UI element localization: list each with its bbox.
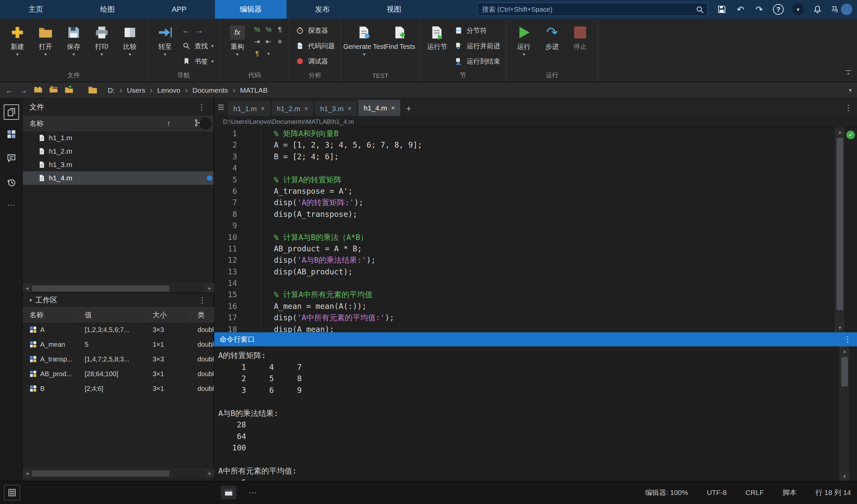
files-hscrollbar[interactable]: ◄ ► (23, 284, 214, 292)
line-number[interactable]: 14 (214, 278, 237, 289)
notifications-bell-icon[interactable] (812, 4, 823, 14)
code-line[interactable] (274, 278, 835, 289)
workspace-row[interactable]: A_mean51×1double (23, 337, 214, 352)
tab-close-icon[interactable]: × (261, 105, 265, 113)
command-vscrollbar[interactable]: ▲ ▼ (840, 347, 849, 481)
line-number[interactable]: 16 (214, 301, 237, 312)
file-row[interactable]: h1_3.m (23, 158, 214, 171)
tab-list-icon[interactable] (214, 98, 228, 116)
run-advance-button[interactable]: 运行并前进 (451, 38, 503, 53)
code-analyzer-ok-icon[interactable]: ✓ (846, 131, 855, 139)
code-line[interactable] (274, 162, 835, 174)
format-icon[interactable]: ¶ (255, 50, 259, 57)
user-menu[interactable]: 马 (831, 4, 852, 15)
code-line[interactable]: disp('A的转置矩阵:'); (274, 197, 835, 208)
history-forward-icon[interactable]: → (19, 86, 28, 95)
sort-ascending-icon[interactable]: ↑ (167, 119, 170, 128)
file-row[interactable]: h1_4.m (23, 171, 214, 185)
minimize-ribbon-icon[interactable] (844, 69, 852, 78)
scroll-up-icon[interactable]: ▲ (840, 347, 849, 356)
navigate-forward-icon[interactable]: → (195, 26, 203, 35)
new-button[interactable]: 新建 ▾ (3, 21, 32, 56)
code-line[interactable]: % 计算A的转置矩阵 (274, 174, 835, 185)
line-number[interactable]: 4 (214, 162, 237, 174)
column-name[interactable]: 名称 (23, 307, 78, 322)
breadcrumb-item[interactable]: Lenovo (157, 86, 181, 95)
step-button[interactable]: ↷ 步进 (538, 21, 566, 51)
panel-workspace-icon[interactable] (4, 127, 19, 142)
code-line[interactable]: disp('A与B的乘法结果:'); (274, 254, 835, 266)
tab-close-icon[interactable]: × (391, 104, 395, 112)
code-line[interactable]: disp(A_mean); (274, 324, 835, 332)
ribbon-tab[interactable]: 绘图 (72, 0, 143, 19)
editor-tab[interactable]: h1_2.m× (271, 101, 314, 116)
files-panel-menu-icon[interactable]: ⋮ (198, 102, 205, 112)
console-panel-icon[interactable] (221, 486, 236, 499)
line-number[interactable]: 5 (214, 174, 237, 185)
command-window-menu-icon[interactable]: ⋮ (844, 335, 852, 344)
code-line[interactable]: A = [1, 2, 3; 4, 5, 6; 7, 8, 9]; (274, 139, 835, 151)
editor-tab[interactable]: h1_4.m× (358, 99, 401, 116)
smart-indent-icon[interactable]: ≡ (278, 38, 282, 46)
workspace-row[interactable]: A_transp...[1,4,7;2,5,8;3...3×3double (23, 352, 214, 367)
file-row[interactable]: h1_2.m (23, 145, 214, 158)
history-back-icon[interactable]: ← (5, 86, 13, 95)
scroll-right-icon[interactable]: ► (205, 469, 214, 478)
workspace-hscrollbar[interactable]: ◄ ► (23, 469, 214, 477)
code-line[interactable]: disp(AB_product); (274, 266, 835, 278)
breadcrumb-item[interactable]: D: (108, 86, 115, 95)
ribbon-tab[interactable]: 发布 (287, 0, 358, 19)
generate-test-button[interactable]: Generate Test ▾ (345, 21, 384, 56)
workspace-row[interactable]: AB_prod...[28;64;100]3×1double (23, 367, 214, 381)
column-value[interactable]: 值 (78, 307, 146, 322)
editor-tab[interactable]: h1_1.m× (228, 101, 270, 116)
breadcrumb-item[interactable]: Documents (192, 86, 228, 95)
code-line[interactable]: AB_product = A * B; (274, 243, 835, 254)
line-number[interactable]: 9 (214, 220, 237, 231)
scroll-down-icon[interactable]: ▼ (840, 472, 849, 481)
profiler-button[interactable]: 探查器 (292, 23, 337, 38)
editor-vscrollbar[interactable]: ▲ ▼ (835, 127, 844, 332)
line-number[interactable]: 2 (214, 139, 237, 151)
scroll-up-icon[interactable]: ▲ (835, 127, 845, 136)
more-panels-icon[interactable]: ⋯ (4, 198, 19, 213)
run-button[interactable]: 运行 ▾ (510, 21, 538, 56)
compare-button[interactable]: 比较 ▾ (116, 21, 144, 56)
workspace-column-header[interactable]: 名称 值 大小 类 (23, 307, 214, 322)
column-class[interactable]: 类 (191, 307, 214, 322)
uncomment-icon[interactable]: % (266, 26, 271, 33)
new-tab-icon[interactable]: + (401, 101, 416, 116)
panel-history-icon[interactable] (4, 175, 19, 190)
scroll-thumb[interactable] (837, 138, 843, 310)
navigate-back-icon[interactable]: ← (182, 26, 190, 35)
scroll-thumb[interactable] (841, 357, 848, 387)
scroll-thumb[interactable] (32, 471, 169, 476)
find-tests-button[interactable]: Find Tests (384, 21, 416, 51)
file-type[interactable]: 脚本 (783, 488, 797, 497)
code-issues-button[interactable]: 代码问题 (292, 38, 337, 53)
code-line[interactable]: A_transpose = A'; (274, 185, 835, 197)
tabstrip-menu-icon[interactable]: ⋮ (844, 103, 852, 113)
command-window-titlebar[interactable]: 命令行窗口 ⋮ (214, 332, 857, 347)
line-number[interactable]: 7 (214, 197, 237, 208)
ribbon-tab[interactable]: 主页 (0, 0, 72, 19)
indent-icon[interactable]: ⇥ (254, 37, 260, 46)
code-line[interactable]: % 计算A与B的乘法（A*B） (274, 232, 835, 243)
scroll-left-icon[interactable]: ◄ (23, 469, 32, 478)
command-output[interactable]: A的转置矩阵: 1 4 7 2 5 8 3 6 9 A与B的乘法结果: 28 6… (214, 347, 840, 481)
layout-grid-icon[interactable] (4, 485, 20, 500)
undo-icon[interactable]: ↶ (736, 4, 745, 14)
line-number[interactable]: 17 (214, 312, 237, 323)
code-editor[interactable]: 123456789101112131415161718 % 矩阵A和列向量BA … (214, 127, 857, 332)
help-icon[interactable]: ? (773, 4, 784, 15)
line-number[interactable]: 3 (214, 151, 237, 162)
workspace-row[interactable]: B[2;4;6]3×1double (23, 381, 214, 396)
open-button[interactable]: 打开 ▾ (32, 21, 60, 56)
stop-button[interactable]: 停止 (566, 21, 594, 51)
new-folder-icon[interactable] (33, 85, 43, 96)
print-button[interactable]: 打印 ▾ (88, 21, 116, 56)
save-icon[interactable] (717, 4, 727, 14)
code-line[interactable]: B = [2; 4; 6]; (274, 151, 835, 162)
breadcrumb-item[interactable]: MATLAB (240, 86, 268, 95)
line-endings[interactable]: CRLF (745, 489, 764, 497)
